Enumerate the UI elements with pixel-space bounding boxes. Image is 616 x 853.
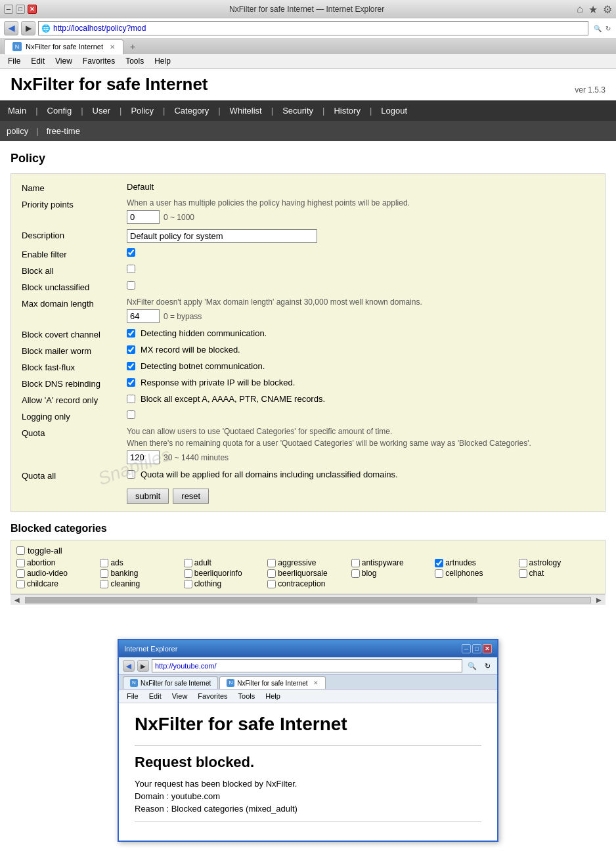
menu-favorites[interactable]: Favorites	[77, 55, 120, 67]
second-menu-favorites[interactable]: Favorites	[192, 691, 232, 701]
quota-input[interactable]	[127, 450, 160, 464]
horizontal-scrollbar[interactable]: ◀ ▶	[11, 594, 605, 605]
star-icon[interactable]: ★	[588, 3, 598, 16]
reset-button[interactable]: reset	[173, 489, 209, 504]
address-bar[interactable]: 🌐 http://localhost/policy?mod	[38, 21, 588, 35]
category-checkbox-contraception[interactable]	[267, 580, 276, 588]
second-tab-1[interactable]: N NxFilter for safe Internet	[123, 676, 218, 689]
nav-policy[interactable]: Policy	[123, 100, 162, 121]
block-covert-checkbox[interactable]	[127, 329, 135, 338]
home-icon[interactable]: ⌂	[577, 3, 583, 16]
category-checkbox-cellphones[interactable]	[435, 569, 443, 578]
second-menu-file[interactable]: File	[121, 691, 144, 701]
category-checkbox-audio-video[interactable]	[16, 569, 25, 578]
allow-a-checkbox[interactable]	[127, 395, 135, 403]
category-item-beerliquorsale: beerliquorsale	[267, 569, 348, 578]
second-search-icon[interactable]: 🔍	[465, 661, 479, 672]
second-tab-2-close[interactable]: ✕	[313, 680, 319, 686]
menu-edit[interactable]: Edit	[26, 55, 50, 67]
category-label-ads: ads	[110, 558, 123, 567]
enable-filter-checkbox[interactable]	[127, 248, 135, 257]
forward-button[interactable]: ▶	[21, 21, 35, 35]
max-domain-field-row: 0 = bypass	[127, 309, 594, 323]
second-forward-button[interactable]: ▶	[137, 660, 149, 672]
priority-input[interactable]	[127, 210, 160, 224]
block-dns-checkbox[interactable]	[127, 378, 135, 387]
category-checkbox-astrology[interactable]	[519, 559, 527, 567]
second-menu-view[interactable]: View	[167, 691, 193, 701]
quota-all-checkbox[interactable]	[127, 470, 135, 479]
minimize-button[interactable]: ─	[4, 5, 13, 14]
category-checkbox-chat[interactable]	[519, 569, 527, 578]
second-maximize-button[interactable]: □	[472, 644, 481, 653]
nav-security[interactable]: Security	[275, 100, 321, 121]
category-checkbox-ads[interactable]	[100, 559, 108, 567]
second-back-button[interactable]: ◀	[123, 660, 135, 672]
scroll-left-arrow[interactable]: ◀	[12, 595, 22, 605]
logging-checkbox[interactable]	[127, 410, 135, 419]
quota-hint2: When there's no remaining quota for a us…	[127, 439, 594, 448]
second-refresh-icon[interactable]: ↻	[482, 661, 493, 672]
form-row-block-dns: Block DNS rebinding Response with privat…	[22, 378, 594, 389]
tab-close-button[interactable]: ✕	[110, 43, 115, 51]
category-checkbox-childcare[interactable]	[16, 580, 25, 588]
refresh-icon[interactable]: ↻	[604, 24, 612, 33]
scroll-right-arrow[interactable]: ▶	[594, 595, 604, 605]
nav-main[interactable]: Main	[0, 100, 34, 121]
menu-help[interactable]: Help	[149, 55, 176, 67]
category-checkbox-beerliquorinfo[interactable]	[184, 569, 192, 578]
category-label-beerliquorsale: beerliquorsale	[278, 569, 327, 578]
block-fastflux-checkbox[interactable]	[127, 362, 135, 370]
category-checkbox-clothing[interactable]	[184, 580, 192, 588]
app-version: ver 1.5.3	[575, 85, 605, 95]
nav-config[interactable]: Config	[39, 100, 80, 121]
scroll-thumb[interactable]	[26, 598, 477, 603]
name-label: Name	[22, 182, 127, 193]
description-input[interactable]	[127, 229, 317, 243]
blocked-domain: Domain : youtube.com	[135, 791, 481, 801]
toggle-all-checkbox[interactable]	[16, 546, 25, 555]
max-domain-input[interactable]	[127, 309, 160, 323]
nav-whitelist[interactable]: Whitelist	[222, 100, 270, 121]
menu-tools[interactable]: Tools	[120, 55, 149, 67]
category-checkbox-blog[interactable]	[351, 569, 360, 578]
category-checkbox-aggressive[interactable]	[267, 559, 276, 567]
nav-logout[interactable]: Logout	[373, 100, 415, 121]
scroll-track[interactable]	[25, 597, 591, 603]
category-checkbox-abortion[interactable]	[16, 559, 25, 567]
category-checkbox-beerliquorsale[interactable]	[267, 569, 276, 578]
category-checkbox-banking[interactable]	[100, 569, 108, 578]
block-covert-value: Detecting hidden communication.	[127, 328, 594, 338]
nav-policy-sub[interactable]: policy	[0, 123, 35, 139]
category-checkbox-adult[interactable]	[184, 559, 192, 567]
gear-icon[interactable]: ⚙	[603, 3, 612, 16]
submit-button[interactable]: submit	[127, 489, 169, 504]
category-checkbox-artnudes[interactable]	[435, 559, 443, 567]
nav-user[interactable]: User	[85, 100, 118, 121]
second-close-button[interactable]: ✕	[483, 644, 492, 653]
second-address-bar[interactable]: http://youtube.com/	[152, 659, 462, 672]
close-button[interactable]: ✕	[28, 5, 37, 14]
maximize-button[interactable]: □	[16, 5, 25, 14]
category-checkbox-antispyware[interactable]	[351, 559, 360, 567]
category-item-aggressive: aggressive	[267, 558, 348, 567]
tab-nxfilter[interactable]: N NxFilter for safe Internet ✕	[4, 39, 123, 55]
second-tab-2[interactable]: N NxFilter for safe Internet ✕	[219, 676, 325, 689]
block-mailer-checkbox[interactable]	[127, 345, 135, 354]
second-menu-tools[interactable]: Tools	[233, 691, 261, 701]
back-button[interactable]: ◀	[4, 21, 18, 35]
new-tab-button[interactable]: +	[125, 39, 141, 54]
categories-grid: abortionadsadultaggressiveantispywareart…	[16, 558, 600, 588]
second-minimize-button[interactable]: ─	[462, 644, 471, 653]
block-all-checkbox[interactable]	[127, 265, 135, 273]
menu-view[interactable]: View	[50, 55, 77, 67]
second-menu-help[interactable]: Help	[260, 691, 286, 701]
nav-category[interactable]: Category	[166, 100, 217, 121]
nav-freetime[interactable]: free-time	[40, 123, 87, 139]
menu-file[interactable]: File	[3, 55, 26, 67]
block-unclassified-checkbox[interactable]	[127, 281, 135, 290]
second-menu-edit[interactable]: Edit	[144, 691, 167, 701]
category-checkbox-cleaning[interactable]	[100, 580, 108, 588]
search-icon[interactable]: 🔍	[592, 24, 603, 33]
nav-history[interactable]: History	[326, 100, 368, 121]
